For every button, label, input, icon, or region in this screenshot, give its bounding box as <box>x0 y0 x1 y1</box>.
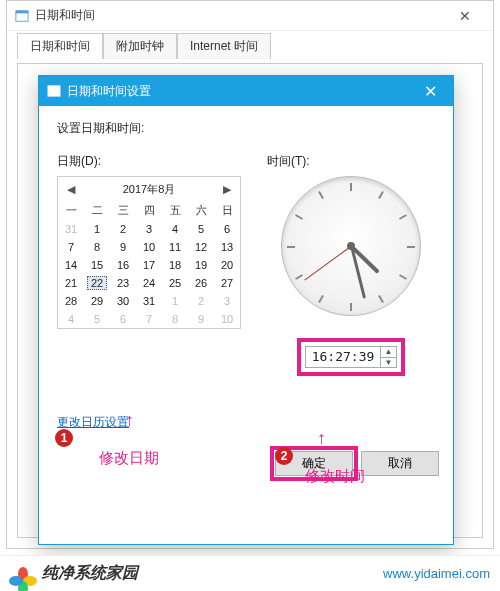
date-label: 日期(D): <box>57 153 245 170</box>
date-time-settings-dialog: 日期和时间设置 ✕ 设置日期和时间: 日期(D): ◀ 2017年8月 ▶ 一二… <box>38 75 454 545</box>
cal-day[interactable]: 4 <box>58 310 84 328</box>
cal-day[interactable]: 31 <box>58 220 84 238</box>
cal-day[interactable]: 25 <box>162 274 188 292</box>
date-time-icon <box>15 9 29 23</box>
watermark-strip: 纯净系统家园 www.yidaimei.com <box>0 555 500 591</box>
cal-dow: 三 <box>110 201 136 220</box>
cal-day[interactable]: 13 <box>214 238 240 256</box>
cal-prev-month[interactable]: ◀ <box>64 183 78 196</box>
cal-next-month[interactable]: ▶ <box>220 183 234 196</box>
tabstrip: 日期和时间 附加时钟 Internet 时间 <box>7 31 493 59</box>
cal-day[interactable]: 3 <box>136 220 162 238</box>
tab-internet-time[interactable]: Internet 时间 <box>177 33 271 59</box>
cal-day[interactable]: 2 <box>188 292 214 310</box>
cal-day[interactable]: 5 <box>84 310 110 328</box>
cal-day[interactable]: 8 <box>162 310 188 328</box>
inner-close-button[interactable]: ✕ <box>415 82 445 101</box>
cal-day[interactable]: 1 <box>162 292 188 310</box>
time-value[interactable]: 16:27:39 <box>306 347 380 367</box>
cal-day[interactable]: 3 <box>214 292 240 310</box>
watermark-url: www.yidaimei.com <box>383 566 490 581</box>
watermark-badge-icon <box>10 561 36 587</box>
watermark-logo: 纯净系统家园 <box>10 561 138 587</box>
clock-center <box>347 242 355 250</box>
cal-day[interactable]: 7 <box>58 238 84 256</box>
cal-dow: 日 <box>214 201 240 220</box>
cal-dow: 一 <box>58 201 84 220</box>
cal-day[interactable]: 26 <box>188 274 214 292</box>
cal-dow: 四 <box>136 201 162 220</box>
prompt-text: 设置日期和时间: <box>57 120 435 137</box>
cal-day[interactable]: 21 <box>58 274 84 292</box>
cal-dow: 五 <box>162 201 188 220</box>
time-spin-up[interactable]: ▲ <box>381 347 396 358</box>
cal-day[interactable]: 22 <box>84 274 110 292</box>
tab-additional-clocks[interactable]: 附加时钟 <box>103 33 177 59</box>
cal-day[interactable]: 14 <box>58 256 84 274</box>
cal-day[interactable]: 5 <box>188 220 214 238</box>
cal-day[interactable]: 24 <box>136 274 162 292</box>
svg-rect-1 <box>16 10 28 13</box>
inner-titlebar: 日期和时间设置 ✕ <box>39 76 453 106</box>
cal-day[interactable]: 17 <box>136 256 162 274</box>
cal-dow: 二 <box>84 201 110 220</box>
cal-day[interactable]: 2 <box>110 220 136 238</box>
cal-day[interactable]: 18 <box>162 256 188 274</box>
calendar[interactable]: ◀ 2017年8月 ▶ 一二三四五六日311234567891011121314… <box>57 176 241 329</box>
cal-day[interactable]: 29 <box>84 292 110 310</box>
inner-ok-button[interactable]: 确定 <box>275 451 353 476</box>
cal-day[interactable]: 31 <box>136 292 162 310</box>
cal-day[interactable]: 11 <box>162 238 188 256</box>
time-spin-down[interactable]: ▼ <box>381 358 396 368</box>
cal-day[interactable]: 6 <box>214 220 240 238</box>
clock-second-hand <box>304 246 352 281</box>
cal-day[interactable]: 28 <box>58 292 84 310</box>
cal-month-title[interactable]: 2017年8月 <box>78 182 220 197</box>
cal-day[interactable]: 15 <box>84 256 110 274</box>
inner-body: 设置日期和时间: 日期(D): ◀ 2017年8月 ▶ 一二三四五六日31123… <box>39 106 453 441</box>
cal-day[interactable]: 10 <box>136 238 162 256</box>
tab-date-time[interactable]: 日期和时间 <box>17 33 103 59</box>
outer-close-button[interactable]: ✕ <box>445 8 485 24</box>
change-calendar-settings-link[interactable]: 更改日历设置 <box>57 415 129 429</box>
cal-day[interactable]: 4 <box>162 220 188 238</box>
cal-day[interactable]: 9 <box>110 238 136 256</box>
cal-day[interactable]: 20 <box>214 256 240 274</box>
cal-day[interactable]: 23 <box>110 274 136 292</box>
cal-day[interactable]: 1 <box>84 220 110 238</box>
time-label: 时间(T): <box>267 153 435 170</box>
cal-day[interactable]: 12 <box>188 238 214 256</box>
outer-title: 日期和时间 <box>35 7 445 24</box>
cal-day[interactable]: 16 <box>110 256 136 274</box>
cal-day[interactable]: 27 <box>214 274 240 292</box>
svg-rect-3 <box>48 86 60 89</box>
time-input[interactable]: 16:27:39 ▲ ▼ <box>305 346 397 368</box>
cal-dow: 六 <box>188 201 214 220</box>
cal-day[interactable]: 8 <box>84 238 110 256</box>
cal-day[interactable]: 10 <box>214 310 240 328</box>
settings-dialog-icon <box>47 84 61 98</box>
analog-clock <box>281 176 421 316</box>
cal-day[interactable]: 9 <box>188 310 214 328</box>
cal-day[interactable]: 19 <box>188 256 214 274</box>
inner-cancel-button[interactable]: 取消 <box>361 451 439 476</box>
time-spinner[interactable]: ▲ ▼ <box>380 347 396 367</box>
cal-day[interactable]: 6 <box>110 310 136 328</box>
cal-day[interactable]: 30 <box>110 292 136 310</box>
outer-titlebar: 日期和时间 ✕ <box>7 1 493 31</box>
cal-grid: 一二三四五六日311234567891011121314151617181920… <box>58 201 240 328</box>
inner-button-row: 确定 取消 <box>39 441 453 476</box>
time-input-highlight: 16:27:39 ▲ ▼ <box>297 338 405 376</box>
cal-day[interactable]: 7 <box>136 310 162 328</box>
inner-title: 日期和时间设置 <box>67 83 415 100</box>
watermark-brand: 纯净系统家园 <box>42 563 138 584</box>
